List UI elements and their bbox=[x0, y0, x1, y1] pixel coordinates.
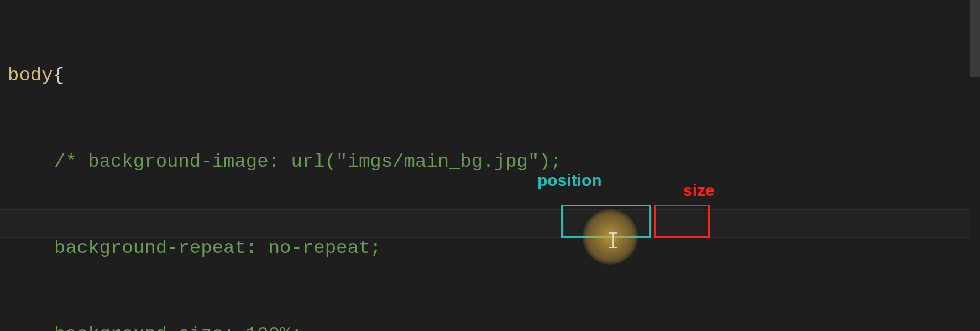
code-line[interactable]: /* background-image: url("imgs/main_bg.j… bbox=[8, 147, 980, 176]
code-line[interactable]: background-repeat: no-repeat; bbox=[8, 234, 980, 262]
code-line[interactable]: background-size: 100%; bbox=[8, 320, 980, 331]
comment-token: /* background-image: url("imgs/main_bg.j… bbox=[54, 151, 562, 172]
comment-token: background-repeat: no-repeat; bbox=[54, 237, 381, 258]
comment-token: background-size: 100%; bbox=[54, 324, 302, 331]
code-line[interactable]: body{ bbox=[8, 61, 980, 90]
editor-scrollbar[interactable] bbox=[970, 0, 980, 331]
code-editor[interactable]: body{ /* background-image: url("imgs/mai… bbox=[0, 0, 980, 331]
brace-open: { bbox=[53, 65, 64, 86]
scrollbar-thumb[interactable] bbox=[970, 0, 980, 77]
selector-token: body bbox=[8, 65, 53, 86]
